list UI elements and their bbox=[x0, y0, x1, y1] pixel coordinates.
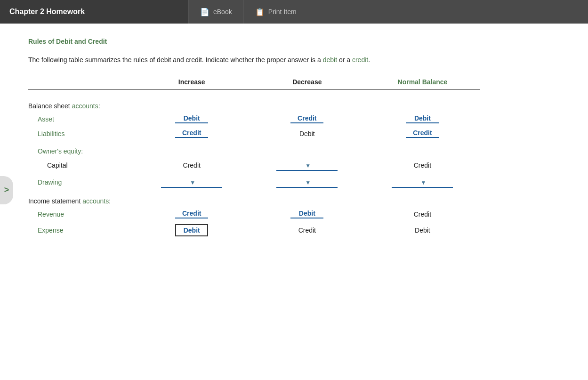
drawing-decrease-dropdown[interactable]: ▼ bbox=[276, 179, 338, 188]
owners-equity-label: Owner's equity: bbox=[28, 141, 480, 157]
income-statement-header: Income statement accounts: bbox=[28, 191, 480, 207]
asset-decrease: Credit bbox=[250, 112, 365, 126]
revenue-decrease-value: Debit bbox=[290, 210, 323, 218]
liabilities-decrease: Debit bbox=[250, 126, 365, 141]
capital-decrease-dropdown[interactable]: ▼ bbox=[276, 162, 338, 171]
expense-decrease: Credit bbox=[250, 221, 365, 239]
capital-normal: Credit bbox=[365, 157, 480, 174]
table-row: Drawing ▼ ▼ ▼ bbox=[28, 174, 480, 191]
expense-increase-value[interactable]: Debit bbox=[175, 224, 208, 236]
print-icon: 📋 bbox=[255, 8, 265, 16]
liabilities-label: Liabilities bbox=[28, 126, 134, 141]
revenue-decrease: Debit bbox=[250, 207, 365, 221]
asset-normal-value: Debit bbox=[406, 114, 439, 123]
ebook-tab[interactable]: 📄 eBook bbox=[188, 0, 243, 24]
col-normal-header: Normal Balance bbox=[365, 78, 480, 90]
revenue-label: Revenue bbox=[28, 207, 134, 221]
capital-label: Capital bbox=[28, 157, 134, 174]
expense-increase[interactable]: Debit bbox=[134, 221, 250, 239]
liabilities-decrease-value: Debit bbox=[290, 130, 323, 137]
credit-link[interactable]: credit bbox=[352, 56, 368, 64]
liabilities-normal: Credit bbox=[365, 126, 480, 141]
balance-sheet-header: Balance sheet accounts: bbox=[28, 96, 480, 112]
drawing-decrease[interactable]: ▼ bbox=[250, 174, 365, 191]
drawing-label: Drawing bbox=[28, 174, 134, 191]
table-header-row: Increase Decrease Normal Balance bbox=[28, 78, 480, 90]
side-nav-arrow[interactable]: > bbox=[0, 176, 13, 204]
print-tab-label: Print Item bbox=[268, 8, 297, 16]
asset-normal: Debit bbox=[365, 112, 480, 126]
section-title: Rules of Debit and Credit bbox=[28, 38, 564, 45]
income-statement-label: Income statement accounts: bbox=[28, 191, 480, 207]
normal-balance-header-text: Normal Balance bbox=[398, 78, 448, 86]
capital-increase-value: Credit bbox=[175, 162, 208, 169]
page-title-text: Chapter 2 Homework bbox=[9, 8, 85, 16]
intro-text-start: The following table summarizes the rules… bbox=[28, 56, 321, 64]
asset-increase-value: Debit bbox=[175, 114, 208, 123]
decrease-header-text: Decrease bbox=[292, 78, 322, 86]
liabilities-increase-value: Credit bbox=[175, 129, 208, 138]
expense-normal-value: Debit bbox=[406, 226, 439, 234]
asset-increase: Debit bbox=[134, 112, 250, 126]
table-row: Expense Debit Credit Debit bbox=[28, 221, 480, 239]
drawing-increase-dropdown-arrow: ▼ bbox=[190, 179, 195, 186]
revenue-increase: Credit bbox=[134, 207, 250, 221]
expense-normal: Debit bbox=[365, 221, 480, 239]
drawing-normal-dropdown-arrow: ▼ bbox=[420, 179, 426, 186]
ebook-tab-label: eBook bbox=[213, 8, 232, 16]
revenue-increase-value: Credit bbox=[175, 210, 208, 218]
asset-label: Asset bbox=[28, 112, 134, 126]
top-bar: Chapter 2 Homework 📄 eBook 📋 Print Item bbox=[0, 0, 588, 24]
debit-link[interactable]: debit bbox=[323, 56, 337, 64]
col-label-header bbox=[28, 78, 134, 90]
rules-table: Increase Decrease Normal Balance Balance… bbox=[28, 78, 480, 239]
table-row: Revenue Credit Debit Credit bbox=[28, 207, 480, 221]
header-divider bbox=[28, 90, 480, 96]
col-increase-header: Increase bbox=[134, 78, 250, 90]
intro-paragraph: The following table summarizes the rules… bbox=[28, 55, 564, 65]
table-row: Capital Credit ▼ Credit bbox=[28, 157, 480, 174]
owners-equity-header: Owner's equity: bbox=[28, 141, 480, 157]
increase-header-text: Increase bbox=[178, 78, 205, 86]
capital-increase: Credit bbox=[134, 157, 250, 174]
drawing-normal-dropdown[interactable]: ▼ bbox=[392, 179, 453, 188]
intro-end: . bbox=[368, 56, 370, 64]
revenue-normal: Credit bbox=[365, 207, 480, 221]
capital-normal-value: Credit bbox=[406, 162, 439, 169]
capital-decrease-dropdown-arrow: ▼ bbox=[305, 162, 311, 169]
drawing-increase-dropdown[interactable]: ▼ bbox=[161, 179, 222, 188]
expense-label: Expense bbox=[28, 221, 134, 239]
intro-or: or a bbox=[339, 56, 350, 64]
main-content: Rules of Debit and Credit The following … bbox=[0, 24, 588, 253]
liabilities-increase: Credit bbox=[134, 126, 250, 141]
liabilities-normal-value: Credit bbox=[406, 129, 439, 138]
ebook-icon: 📄 bbox=[200, 8, 209, 16]
table-row: Asset Debit Credit Debit bbox=[28, 112, 480, 126]
side-arrow-icon: > bbox=[4, 185, 9, 195]
capital-decrease[interactable]: ▼ bbox=[250, 157, 365, 174]
drawing-normal[interactable]: ▼ bbox=[365, 174, 480, 191]
revenue-normal-value: Credit bbox=[406, 210, 439, 218]
page-title: Chapter 2 Homework bbox=[0, 0, 188, 24]
print-tab[interactable]: 📋 Print Item bbox=[243, 0, 308, 24]
asset-decrease-value: Credit bbox=[290, 114, 323, 123]
drawing-increase[interactable]: ▼ bbox=[134, 174, 250, 191]
balance-sheet-label: Balance sheet accounts: bbox=[28, 96, 480, 112]
table-row: Liabilities Credit Debit Credit bbox=[28, 126, 480, 141]
col-decrease-header: Decrease bbox=[250, 78, 365, 90]
drawing-decrease-dropdown-arrow: ▼ bbox=[305, 179, 311, 186]
expense-decrease-value: Credit bbox=[290, 226, 323, 234]
